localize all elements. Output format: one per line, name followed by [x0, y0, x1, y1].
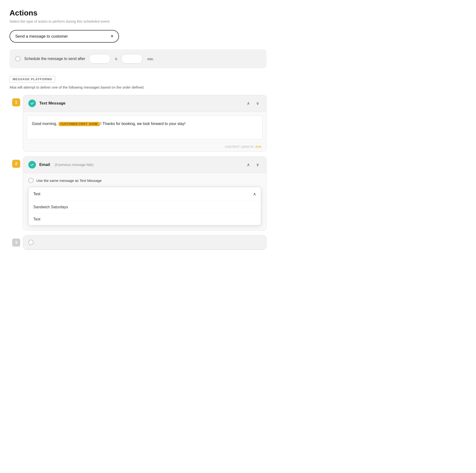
action-selector[interactable]: Send a message to customer × [10, 30, 119, 43]
dropdown-selected-text: Test [33, 192, 40, 196]
same-message-radio[interactable] [28, 178, 34, 183]
platform-1-message-block: Text Message ∧ ∨ Good morning, CUSTOMER.… [23, 95, 267, 152]
schedule-radio[interactable] [15, 56, 20, 61]
platform-1-content-length: CONTENT LENGTH: 31% [23, 143, 266, 151]
dropdown-option-2[interactable]: Test [29, 213, 261, 225]
platform-1-variable-tag: CUSTOMER.FIRST_NAME [59, 122, 100, 126]
platform-1-controls: ∧ ∨ [245, 100, 261, 106]
platform-1-message-text-after: ! Thanks for booking, we look forward to… [101, 122, 186, 126]
platform-2-up-button[interactable]: ∧ [245, 162, 252, 168]
same-message-row: Use the same message as Text Message [28, 178, 261, 183]
message-platforms-section: MESSAGE PLATFORMS Akia will attempt to d… [10, 76, 267, 89]
platform-2-body: Use the same message as Text Message Tes… [23, 173, 266, 230]
platform-2-subtitle: (if previous message fails) [55, 163, 94, 167]
platform-1-number-col: 1 [10, 95, 23, 152]
content-length-label: CONTENT LENGTH: [225, 145, 255, 149]
schedule-hours-unit: h [115, 57, 117, 61]
platform-3-container: 3 [10, 235, 267, 250]
platform-1-block: Text Message ∧ ∨ Good morning, CUSTOMER.… [23, 95, 267, 152]
platform-2-down-button[interactable]: ∨ [254, 162, 261, 168]
platform-3-block [23, 235, 267, 250]
schedule-row: Schedule the message to send after h min… [10, 49, 267, 68]
same-message-label: Use the same message as Text Message [36, 178, 102, 183]
platform-3-header-left [28, 240, 34, 245]
platform-1-header: Text Message ∧ ∨ [23, 95, 266, 112]
platform-3-message-block [23, 235, 267, 250]
page-title: Actions [10, 9, 267, 18]
page-subtitle: Select the type of action to perform dur… [10, 19, 267, 23]
platform-2-message-block: Email (if previous message fails) ∧ ∨ Us… [23, 157, 267, 230]
schedule-minutes-input[interactable] [121, 54, 143, 64]
platform-3-header [23, 235, 266, 249]
schedule-hours-input[interactable] [89, 54, 110, 64]
platform-1-title: Text Message [39, 101, 66, 106]
platform-1-check-icon[interactable] [28, 100, 36, 107]
platform-2-container: 2 Email (if previous message fails) ∧ ∨ [10, 157, 267, 230]
section-label: MESSAGE PLATFORMS [10, 76, 55, 82]
platform-2-badge: 2 [12, 160, 20, 168]
dropdown-option-1[interactable]: Sandwich Saturdays [29, 201, 261, 213]
platform-1-header-left: Text Message [28, 100, 66, 107]
platform-2-header-left: Email (if previous message fails) [28, 161, 94, 169]
content-length-value: 31% [255, 145, 262, 149]
platform-2-controls: ∧ ∨ [245, 162, 261, 168]
platform-1-message-text-before: Good morning, [32, 122, 58, 126]
platform-2-title: Email [39, 162, 50, 167]
platform-1-content-area[interactable]: Good morning, CUSTOMER.FIRST_NAME! Thank… [27, 115, 262, 139]
section-description: Akia will attempt to deliver one of the … [10, 85, 267, 89]
email-template-dropdown[interactable]: Test ∧ Sandwich Saturdays Test [28, 187, 261, 226]
platform-1-up-button[interactable]: ∧ [245, 100, 252, 106]
platform-2-number-col: 2 [10, 157, 23, 230]
platform-2-check-icon[interactable] [28, 161, 36, 169]
platform-3-badge: 3 [12, 239, 20, 247]
platform-3-radio[interactable] [28, 240, 34, 245]
platform-2-header: Email (if previous message fails) ∧ ∨ [23, 157, 266, 173]
platform-1-down-button[interactable]: ∨ [254, 100, 261, 106]
platform-2-block: Email (if previous message fails) ∧ ∨ Us… [23, 157, 267, 230]
schedule-minutes-unit: min. [147, 57, 154, 61]
action-selector-close-icon[interactable]: × [111, 34, 113, 39]
platform-1-badge: 1 [12, 98, 20, 106]
schedule-label: Schedule the message to send after [24, 57, 85, 61]
platform-3-number-col: 3 [10, 235, 23, 250]
dropdown-chevron-icon: ∧ [253, 191, 256, 197]
dropdown-header[interactable]: Test ∧ [29, 187, 261, 201]
platform-1-container: 1 Text Message ∧ ∨ Good mo [10, 95, 267, 152]
action-selector-text: Send a message to customer [15, 34, 68, 39]
